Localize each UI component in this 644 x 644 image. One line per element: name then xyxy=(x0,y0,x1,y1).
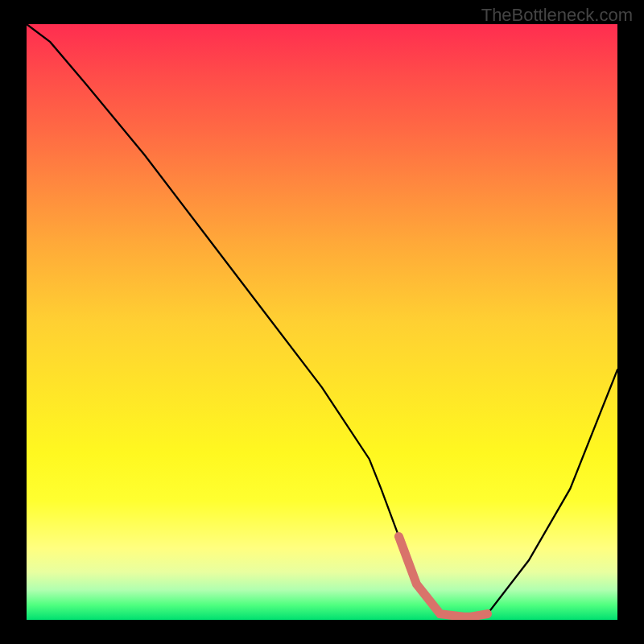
bottleneck-minimum-highlight xyxy=(398,536,487,617)
bottleneck-curve-line xyxy=(27,24,617,617)
chart-plot-area xyxy=(27,24,617,620)
watermark-text: TheBottleneck.com xyxy=(481,5,633,26)
chart-svg xyxy=(27,24,617,620)
